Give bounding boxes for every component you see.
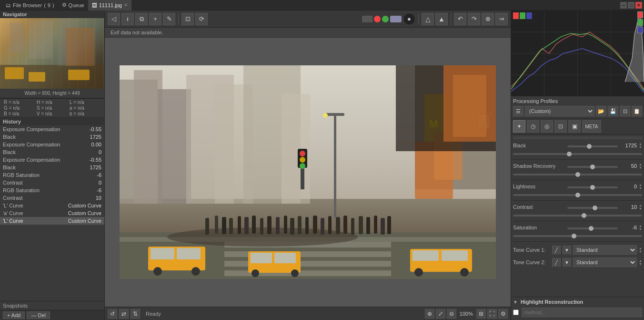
list-item[interactable]: RGB Saturation -6 <box>0 186 104 194</box>
flip-h-button[interactable]: ⇄ <box>119 309 129 319</box>
hist-blue-button[interactable] <box>637 27 643 33</box>
del-snapshot-button[interactable]: — Del <box>27 311 50 319</box>
flip-v-button[interactable]: ⇅ <box>131 309 140 319</box>
indicator-button[interactable] <box>362 16 372 22</box>
tab-queue[interactable]: ⚙ Queue <box>58 0 88 10</box>
back-button[interactable]: ◁ <box>108 13 120 25</box>
tc2-edit-icon[interactable]: ╱ <box>552 258 561 267</box>
transform-button[interactable]: ⟳ <box>195 13 208 25</box>
pp-copy-button[interactable]: ⊡ <box>620 106 630 116</box>
shadow-recovery-slider[interactable] <box>567 166 618 168</box>
pin-button[interactable]: ⊕ <box>482 13 494 25</box>
contrast-slider[interactable] <box>567 207 618 209</box>
tc2-arrows[interactable]: ▲▼ <box>639 259 642 266</box>
hl-expand-icon[interactable]: ▼ <box>513 299 518 305</box>
tc1-edit-icon[interactable]: ╱ <box>552 246 561 254</box>
undo-button[interactable]: ↶ <box>454 13 466 25</box>
adjustments-panel[interactable]: Black 1725 ▲▼ Shadow Recovery 50 ▲▼ <box>511 134 644 297</box>
zoom-fit-button[interactable]: ⤢ <box>436 309 445 319</box>
l-label: L = n/a <box>69 100 101 105</box>
saturation-label: Saturation <box>513 225 565 230</box>
hl-enable-checkbox[interactable] <box>513 310 519 315</box>
triangle2-button[interactable]: ▲ <box>435 13 448 25</box>
lightness-slider[interactable] <box>567 186 618 188</box>
detail-tool-button[interactable]: ◎ <box>541 120 553 133</box>
color-tool-button[interactable]: ◷ <box>527 120 539 133</box>
list-item[interactable]: Black 0 <box>0 148 104 156</box>
tc1-select[interactable]: Standard <box>573 245 637 255</box>
shadow-full-slider[interactable] <box>513 174 642 175</box>
tab-image[interactable]: 🖼 11111.jpg ✕ <box>88 0 131 10</box>
svg-rect-54 <box>276 217 280 234</box>
info-button[interactable]: i <box>121 13 134 25</box>
list-item[interactable]: Black 1725 <box>0 164 104 171</box>
list-item[interactable]: RGB Saturation -6 <box>0 171 104 179</box>
list-item[interactable]: Black 1725 <box>0 133 104 141</box>
hist-green-button[interactable] <box>637 19 643 26</box>
win-maximize-button[interactable]: □ <box>628 2 634 9</box>
add-snapshot-button[interactable]: + Add <box>3 311 25 319</box>
fullscreen-button[interactable]: ⛶ <box>487 309 497 319</box>
meta-button[interactable]: META <box>582 120 601 133</box>
list-item[interactable]: 'a' Curve Custom Curve <box>0 209 104 217</box>
tc1-arrows[interactable]: ▲▼ <box>639 247 642 253</box>
sync-button[interactable]: ⇒ <box>495 13 508 25</box>
history-list[interactable]: Exposure Compensation -0.55 Black 1725 E… <box>0 125 104 301</box>
settings-button[interactable]: ⚙ <box>498 309 508 319</box>
navigator-thumbnail[interactable] <box>0 18 104 89</box>
list-item[interactable]: Contrast 10 <box>0 194 104 202</box>
zoom-100-button[interactable]: ⊞ <box>476 309 486 319</box>
image-view[interactable]: M SPEED LIMIT 25 <box>105 38 511 307</box>
crop-button[interactable]: ⊡ <box>181 13 194 25</box>
shadow-arrows[interactable]: ▲▼ <box>639 163 642 169</box>
tc2-arrow-icon[interactable]: ▼ <box>563 258 571 267</box>
gray-indicator[interactable] <box>390 16 402 22</box>
pp-select[interactable]: (Custom) <box>525 106 594 116</box>
saturation-arrows[interactable]: ▲▼ <box>639 224 642 231</box>
zoom-out-button[interactable]: ⊖ <box>447 309 456 319</box>
add-button[interactable]: + <box>149 13 161 25</box>
lightness-full-slider[interactable] <box>513 194 642 196</box>
saturation-slider[interactable] <box>567 227 618 229</box>
list-item[interactable]: Exposure Compensation -0.55 <box>0 156 104 164</box>
pp-load-button[interactable]: 📂 <box>596 106 606 116</box>
hl-method-input[interactable] <box>522 308 642 317</box>
hist-red-button[interactable] <box>637 11 643 18</box>
green-indicator[interactable] <box>382 16 389 22</box>
pp-save-button[interactable]: 💾 <box>608 106 618 116</box>
tc1-arrow-icon[interactable]: ▼ <box>563 246 571 254</box>
raw-tool-button[interactable]: ▣ <box>568 120 581 133</box>
black-slider[interactable] <box>567 145 618 147</box>
svg-rect-59 <box>313 216 317 234</box>
list-item[interactable]: Exposure Compensation 0.00 <box>0 141 104 148</box>
highlight-reconstruction-section: ▼ Highlight Reconstruction <box>511 297 644 320</box>
composition-tool-button[interactable]: ⊡ <box>554 120 567 133</box>
pp-list-button[interactable]: ☰ <box>513 106 523 116</box>
win-close-button[interactable]: ✕ <box>635 2 642 9</box>
black-arrows[interactable]: ▲▼ <box>639 142 642 149</box>
lightness-arrows[interactable]: ▲▼ <box>639 183 642 190</box>
black-full-slider[interactable] <box>513 153 642 155</box>
tc2-select[interactable]: Standard <box>573 258 637 267</box>
list-item[interactable]: Exposure Compensation -0.55 <box>0 125 104 133</box>
tab-file-browser[interactable]: 🗂 File Browser ( 9 ) <box>2 0 58 10</box>
compare-button[interactable]: ⧉ <box>135 13 148 25</box>
red-indicator[interactable] <box>374 16 381 22</box>
contrast-arrows[interactable]: ▲▼ <box>639 204 642 210</box>
edit-button[interactable]: ✎ <box>163 13 175 25</box>
win-minimize-button[interactable]: ─ <box>620 2 627 9</box>
contrast-full-slider[interactable] <box>513 215 642 217</box>
zoom-in-button[interactable]: ⊕ <box>425 309 434 319</box>
pp-paste-button[interactable]: 📋 <box>632 106 642 116</box>
svg-rect-46 <box>215 216 218 234</box>
warning-triangle-button[interactable]: △ <box>422 13 434 25</box>
black-circle-button[interactable]: ● <box>403 13 415 25</box>
saturation-full-slider[interactable] <box>513 235 642 237</box>
list-item[interactable]: 'L' Curve Custom Curve <box>0 202 104 209</box>
exposure-tool-button[interactable]: ✦ <box>513 120 525 133</box>
redo-button[interactable]: ↷ <box>468 13 480 25</box>
rotate-left-button[interactable]: ↺ <box>108 309 117 319</box>
list-item[interactable]: 'L' Curve Custom Curve <box>0 217 104 225</box>
list-item[interactable]: Contrast 0 <box>0 179 104 186</box>
close-tab-icon[interactable]: ✕ <box>124 2 128 8</box>
